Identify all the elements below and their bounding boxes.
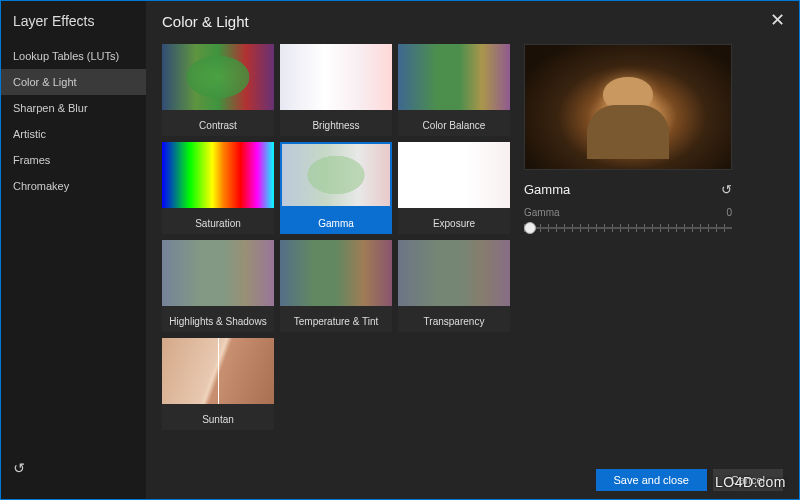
effect-thumb	[280, 240, 392, 306]
dialog-footer: Save and close Cancel	[596, 469, 783, 491]
sidebar-item-lookup-tables-luts-[interactable]: Lookup Tables (LUTs)	[1, 43, 146, 69]
preview-title-row: Gamma ↻	[524, 182, 732, 197]
close-icon[interactable]: ✕	[770, 9, 785, 31]
cancel-button[interactable]: Cancel	[713, 469, 783, 491]
dialog-window: Layer Effects Lookup Tables (LUTs)Color …	[0, 0, 800, 500]
sidebar-item-artistic[interactable]: Artistic	[1, 121, 146, 147]
sidebar-item-sharpen-blur[interactable]: Sharpen & Blur	[1, 95, 146, 121]
effect-tile-brightness[interactable]: Brightness	[280, 44, 392, 136]
effect-label: Suntan	[162, 404, 274, 430]
preview-image	[524, 44, 732, 170]
effect-tile-saturation[interactable]: Saturation	[162, 142, 274, 234]
effect-label: Brightness	[280, 110, 392, 136]
effect-tile-color-balance[interactable]: Color Balance	[398, 44, 510, 136]
save-button[interactable]: Save and close	[596, 469, 707, 491]
effect-label: Color Balance	[398, 110, 510, 136]
slider-label: Gamma	[524, 207, 560, 218]
effect-thumb	[280, 44, 392, 110]
effect-thumb	[398, 142, 510, 208]
effect-thumb	[398, 44, 510, 110]
gamma-slider-row: Gamma 0	[524, 207, 732, 234]
slider-line	[524, 227, 732, 229]
refresh-icon[interactable]: ↻	[13, 460, 25, 476]
effect-tile-suntan[interactable]: Suntan	[162, 338, 274, 430]
effect-label: Gamma	[280, 208, 392, 234]
content-row: ContrastBrightnessColor BalanceSaturatio…	[162, 44, 783, 487]
effect-label: Transparency	[398, 306, 510, 332]
sidebar: Layer Effects Lookup Tables (LUTs)Color …	[1, 1, 146, 499]
effect-grid: ContrastBrightnessColor BalanceSaturatio…	[162, 44, 510, 487]
slider-value: 0	[726, 207, 732, 218]
sidebar-item-frames[interactable]: Frames	[1, 147, 146, 173]
preview-title: Gamma	[524, 182, 570, 197]
effect-thumb	[162, 44, 274, 110]
sidebar-footer: ↻	[1, 449, 146, 487]
effect-label: Temperature & Tint	[280, 306, 392, 332]
effect-tile-transparency[interactable]: Transparency	[398, 240, 510, 332]
sidebar-item-chromakey[interactable]: Chromakey	[1, 173, 146, 199]
gamma-slider[interactable]	[524, 222, 732, 234]
effect-tile-highlights-shadows[interactable]: Highlights & Shadows	[162, 240, 274, 332]
effect-label: Saturation	[162, 208, 274, 234]
page-title: Color & Light	[162, 13, 783, 30]
sidebar-item-color-light[interactable]: Color & Light	[1, 69, 146, 95]
effect-tile-exposure[interactable]: Exposure	[398, 142, 510, 234]
main-panel: ✕ Color & Light ContrastBrightnessColor …	[146, 1, 799, 499]
reset-icon[interactable]: ↻	[721, 182, 732, 197]
sidebar-title: Layer Effects	[1, 13, 146, 43]
effect-thumb	[162, 338, 274, 404]
preview-panel: Gamma ↻ Gamma 0	[524, 44, 732, 487]
effect-tile-temperature-tint[interactable]: Temperature & Tint	[280, 240, 392, 332]
effect-label: Contrast	[162, 110, 274, 136]
effect-label: Highlights & Shadows	[162, 306, 274, 332]
slider-thumb[interactable]	[524, 222, 536, 234]
effect-label: Exposure	[398, 208, 510, 234]
effect-tile-contrast[interactable]: Contrast	[162, 44, 274, 136]
effect-thumb	[398, 240, 510, 306]
effect-tile-gamma[interactable]: Gamma	[280, 142, 392, 234]
effect-thumb	[280, 142, 392, 208]
slider-label-row: Gamma 0	[524, 207, 732, 218]
effect-thumb	[162, 240, 274, 306]
effect-thumb	[162, 142, 274, 208]
